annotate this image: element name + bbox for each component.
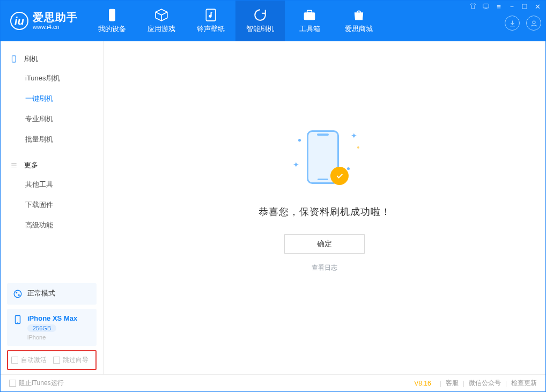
- dot-icon: [347, 167, 350, 170]
- svg-rect-4: [483, 4, 489, 8]
- sidebar-checkbox-group: 自动激活 跳过向导: [7, 350, 97, 370]
- device-info: iPhone XS Max 256GB iPhone: [27, 314, 77, 341]
- sidebar: 刷机 iTunes刷机 一键刷机 专业刷机 批量刷机 更多 其他工具 下载固件 …: [1, 41, 104, 374]
- app-title: 爱思助手: [33, 11, 78, 24]
- nav-flash[interactable]: 智能刷机: [235, 1, 285, 41]
- sidebar-item-batch-flash[interactable]: 批量刷机: [1, 129, 103, 150]
- svg-rect-5: [522, 4, 527, 9]
- footer-link-wechat[interactable]: 微信公众号: [469, 379, 501, 388]
- maximize-icon[interactable]: [521, 3, 528, 10]
- dot-icon: [298, 139, 301, 142]
- mode-card[interactable]: 正常模式: [7, 283, 97, 305]
- body: 刷机 iTunes刷机 一键刷机 专业刷机 批量刷机 更多 其他工具 下载固件 …: [1, 41, 545, 374]
- sidebar-cat-more: 更多: [1, 156, 103, 174]
- dot-icon: [357, 146, 359, 149]
- sparkle-icon: ✦: [293, 160, 299, 169]
- svg-rect-7: [12, 56, 16, 62]
- nav-label: 智能刷机: [246, 24, 274, 34]
- checkbox-icon: [9, 380, 16, 387]
- svg-point-12: [17, 322, 18, 323]
- checkbox-label: 阻止iTunes运行: [19, 379, 64, 388]
- mode-icon: [12, 289, 23, 299]
- download-button[interactable]: [505, 16, 520, 31]
- nav-toolbox[interactable]: 工具箱: [285, 1, 334, 41]
- menu-icon[interactable]: ≡: [495, 3, 503, 10]
- minimize-icon[interactable]: －: [508, 3, 515, 10]
- device-type: iPhone: [27, 334, 77, 341]
- device-small-icon: [12, 314, 23, 325]
- checkbox-auto-activate[interactable]: 自动激活: [11, 356, 47, 365]
- svg-point-9: [16, 292, 17, 293]
- header: iu 爱思助手 www.i4.cn 我的设备 应用游戏 铃声壁纸 智能刷机: [1, 1, 545, 41]
- svg-rect-3: [307, 10, 312, 12]
- checkbox-label: 自动激活: [21, 356, 47, 365]
- success-message: 恭喜您，保资料刷机成功啦！: [259, 205, 391, 218]
- ok-button[interactable]: 确定: [284, 234, 365, 254]
- toolbox-icon: [302, 8, 316, 22]
- nav-ringtones[interactable]: 铃声壁纸: [186, 1, 235, 41]
- close-icon[interactable]: ✕: [534, 3, 541, 10]
- main-content: ✦ ✦ 恭喜您，保资料刷机成功啦！ 确定 查看日志: [104, 41, 545, 374]
- app-window: iu 爱思助手 www.i4.cn 我的设备 应用游戏 铃声壁纸 智能刷机: [0, 0, 546, 392]
- nav-label: 爱思商城: [345, 24, 373, 34]
- user-button[interactable]: [526, 16, 541, 31]
- checkbox-icon: [53, 357, 60, 364]
- svg-rect-0: [109, 9, 115, 21]
- device-icon: [105, 8, 119, 22]
- header-round-buttons: [505, 16, 541, 31]
- sidebar-bottom: 正常模式 iPhone XS Max 256GB iPhone 自动激活 跳过向…: [1, 279, 103, 374]
- separator: |: [440, 380, 441, 387]
- separator: |: [505, 380, 507, 387]
- sparkle-icon: ✦: [351, 131, 357, 140]
- device-name: iPhone XS Max: [27, 314, 77, 322]
- svg-point-8: [14, 290, 21, 298]
- check-badge-icon: [330, 167, 349, 185]
- mode-label: 正常模式: [27, 289, 55, 298]
- version-label: V8.16: [414, 380, 431, 387]
- nav-label: 铃声壁纸: [197, 24, 225, 34]
- footer-link-update[interactable]: 检查更新: [511, 379, 537, 388]
- nav-label: 我的设备: [98, 24, 126, 34]
- sidebar-item-advanced[interactable]: 高级功能: [1, 215, 103, 235]
- sidebar-item-other-tools[interactable]: 其他工具: [1, 174, 103, 195]
- separator: |: [463, 380, 464, 387]
- cube-icon: [154, 8, 168, 22]
- nav-apps[interactable]: 应用游戏: [137, 1, 186, 41]
- nav-store[interactable]: 爱思商城: [334, 1, 383, 41]
- sidebar-item-onekey-flash[interactable]: 一键刷机: [1, 88, 103, 109]
- top-nav: 我的设备 应用游戏 铃声壁纸 智能刷机 工具箱 爱思商城: [87, 1, 383, 41]
- nav-label: 工具箱: [299, 24, 320, 34]
- footer-right: V8.16 | 客服 | 微信公众号 | 检查更新: [414, 379, 537, 388]
- success-illustration: ✦ ✦: [290, 127, 359, 191]
- feedback-icon[interactable]: [482, 3, 490, 10]
- checkbox-label: 跳过向导: [63, 356, 88, 365]
- view-log-link[interactable]: 查看日志: [312, 263, 337, 272]
- sidebar-item-itunes-flash[interactable]: iTunes刷机: [1, 68, 103, 88]
- header-right: ≡ － ✕: [469, 1, 545, 41]
- sidebar-item-download-firmware[interactable]: 下载固件: [1, 195, 103, 215]
- shirt-icon[interactable]: [469, 3, 477, 10]
- sidebar-cat-flash: 刷机: [1, 50, 103, 68]
- checkbox-block-itunes[interactable]: 阻止iTunes运行: [9, 379, 64, 388]
- checkbox-skip-guide[interactable]: 跳过向导: [53, 356, 88, 365]
- logo-text: 爱思助手 www.i4.cn: [33, 11, 78, 31]
- logo-icon: iu: [10, 12, 28, 30]
- list-icon: [10, 161, 19, 169]
- footer: 阻止iTunes运行 V8.16 | 客服 | 微信公众号 | 检查更新: [1, 374, 545, 391]
- sidebar-menu: 刷机 iTunes刷机 一键刷机 专业刷机 批量刷机 更多 其他工具 下载固件 …: [1, 41, 103, 279]
- sidebar-cat-label: 更多: [24, 160, 38, 170]
- footer-link-support[interactable]: 客服: [446, 379, 459, 388]
- nav-my-device[interactable]: 我的设备: [87, 1, 137, 41]
- svg-point-6: [533, 21, 535, 24]
- nav-label: 应用游戏: [147, 24, 175, 34]
- device-card[interactable]: iPhone XS Max 256GB iPhone: [7, 309, 97, 346]
- sidebar-cat-label: 刷机: [24, 54, 38, 64]
- device-capacity: 256GB: [27, 324, 56, 332]
- phone-small-icon: [10, 55, 19, 63]
- window-controls: ≡ － ✕: [469, 3, 541, 10]
- music-sheet-icon: [204, 8, 218, 22]
- checkbox-icon: [11, 357, 18, 364]
- sidebar-item-pro-flash[interactable]: 专业刷机: [1, 109, 103, 129]
- logo-block: iu 爱思助手 www.i4.cn: [1, 1, 87, 41]
- bag-icon: [352, 8, 366, 22]
